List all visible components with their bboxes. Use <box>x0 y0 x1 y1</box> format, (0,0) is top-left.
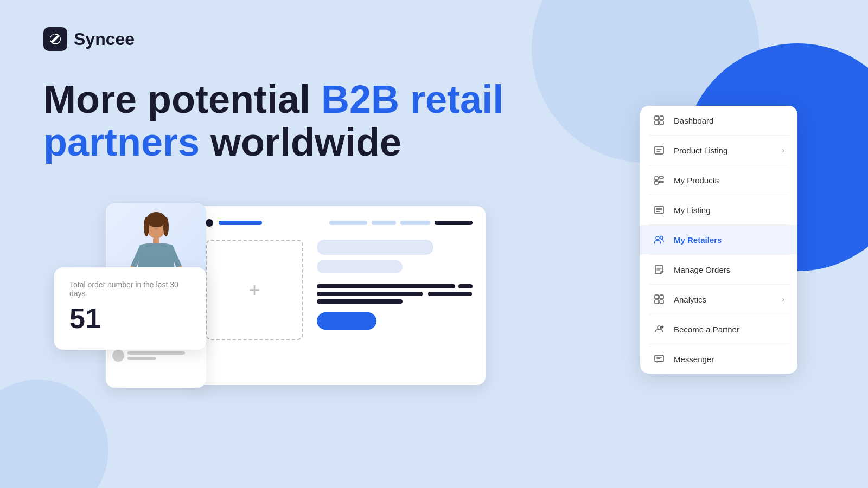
svg-rect-7 <box>655 121 659 125</box>
svg-point-3 <box>163 217 169 236</box>
analytics-icon <box>653 293 665 305</box>
chevron-right-icon: › <box>782 295 784 304</box>
svg-point-1 <box>146 212 166 227</box>
manage-orders-icon <box>653 264 665 275</box>
hero-title: More potential B2B retail partners world… <box>43 78 510 164</box>
svg-rect-13 <box>655 181 658 184</box>
sidebar-item-messenger-label: Messenger <box>674 355 784 364</box>
svg-point-28 <box>658 326 661 329</box>
product-line-long <box>127 351 185 355</box>
dashboard-icon <box>653 114 665 126</box>
sidebar-item-dashboard[interactable]: Dashboard <box>640 106 797 135</box>
editor-body: + <box>206 240 473 340</box>
hero-section: More potential B2B retail partners world… <box>43 78 510 164</box>
editor-text-line <box>317 284 455 288</box>
logo[interactable]: Syncee <box>43 27 825 51</box>
sidebar-item-messenger[interactable]: Messenger <box>640 344 797 374</box>
editor-image-area: + <box>206 240 306 340</box>
sidebar-item-my-retailers-label: My Retailers <box>674 235 784 245</box>
sidebar-item-my-listing-label: My Listing <box>674 206 784 215</box>
chevron-right-icon: › <box>782 146 784 155</box>
editor-panel: + <box>193 206 486 385</box>
editor-field-subtitle <box>317 260 403 273</box>
sidebar-item-my-products[interactable]: My Products <box>640 165 797 195</box>
editor-dot <box>206 219 213 227</box>
editor-text-line <box>428 292 471 296</box>
logo-text: Syncee <box>74 29 135 49</box>
sidebar-item-manage-orders-label: Manage Orders <box>674 265 784 274</box>
editor-top-bar-segment-dark <box>435 221 473 225</box>
svg-rect-24 <box>655 295 659 299</box>
svg-rect-9 <box>655 146 663 154</box>
svg-rect-15 <box>659 181 663 183</box>
order-number: 51 <box>69 302 191 335</box>
sidebar-item-product-listing-label: Product Listing <box>674 146 773 155</box>
editor-top-bar-segment <box>329 221 367 225</box>
product-listing-icon <box>653 144 665 156</box>
svg-rect-5 <box>655 116 659 120</box>
svg-rect-26 <box>655 300 659 304</box>
editor-top-bar-segment <box>372 221 396 225</box>
order-label: Total order number in the last 30 days <box>69 280 191 298</box>
become-partner-icon <box>653 323 665 335</box>
editor-top-bar-segment <box>400 221 430 225</box>
bg-circle-bottom-left <box>0 380 108 488</box>
logo-icon <box>43 27 67 51</box>
editor-text-line <box>317 292 423 296</box>
order-stats-card: Total order number in the last 30 days 5… <box>54 267 206 350</box>
sidebar-item-analytics-label: Analytics <box>674 295 773 304</box>
editor-field-title <box>317 240 433 255</box>
svg-rect-12 <box>655 177 658 180</box>
svg-rect-29 <box>655 355 663 362</box>
svg-rect-25 <box>660 295 663 299</box>
svg-rect-14 <box>659 177 663 178</box>
editor-top-bar <box>206 219 473 227</box>
editor-text-dot <box>458 284 473 288</box>
svg-rect-8 <box>660 121 663 125</box>
sidebar-item-my-retailers[interactable]: My Retailers <box>640 225 797 254</box>
sidebar-item-manage-orders[interactable]: Manage Orders <box>640 255 797 284</box>
product-lines <box>127 351 200 360</box>
my-products-icon <box>653 174 665 186</box>
sidebar-item-my-listing[interactable]: My Listing <box>640 195 797 224</box>
svg-point-20 <box>656 236 659 240</box>
sidebar-item-become-partner[interactable]: Become a Partner <box>640 314 797 344</box>
sidebar-item-product-listing[interactable]: Product Listing › <box>640 136 797 165</box>
product-line-short <box>127 357 156 360</box>
editor-bar-blue <box>219 221 262 225</box>
my-listing-icon <box>653 204 665 216</box>
editor-fields <box>317 240 473 340</box>
product-avatar <box>112 350 124 362</box>
sidebar-item-dashboard-label: Dashboard <box>674 116 784 125</box>
sidebar-item-analytics[interactable]: Analytics › <box>640 285 797 314</box>
my-retailers-icon <box>653 234 665 246</box>
svg-rect-6 <box>660 116 663 120</box>
sidebar: Dashboard Product Listing › My Products <box>640 106 797 374</box>
svg-rect-27 <box>660 300 663 304</box>
editor-image-placeholder: + <box>206 240 303 340</box>
add-image-icon[interactable]: + <box>248 279 260 301</box>
svg-point-2 <box>144 217 149 236</box>
editor-text-lines <box>317 284 473 304</box>
sidebar-item-my-products-label: My Products <box>674 176 784 185</box>
messenger-icon <box>653 353 665 365</box>
editor-save-button[interactable] <box>317 312 376 330</box>
svg-point-21 <box>660 236 663 239</box>
sidebar-item-become-partner-label: Become a Partner <box>674 325 784 334</box>
editor-text-line <box>317 299 403 304</box>
